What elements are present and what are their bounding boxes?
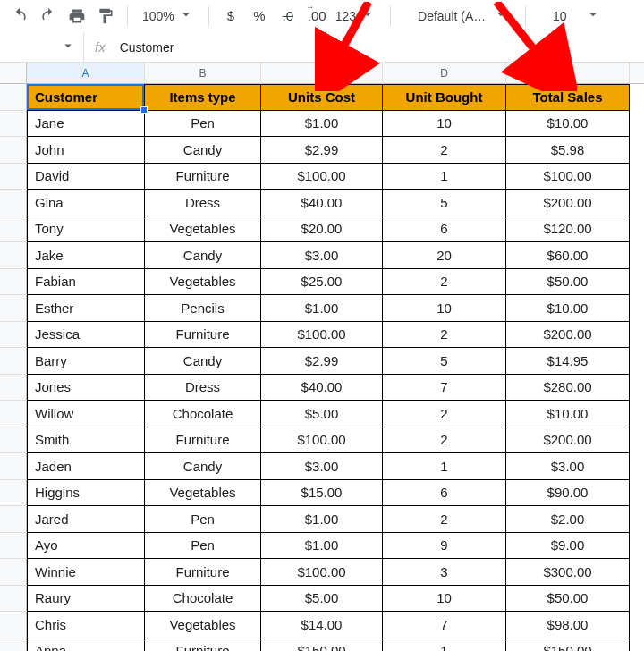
cell-total-sales[interactable]: $200.00 xyxy=(506,322,630,349)
row-header[interactable] xyxy=(0,480,27,507)
column-header-A[interactable]: A xyxy=(27,63,145,83)
cell-customer[interactable]: Winnie xyxy=(27,559,145,586)
row-header[interactable] xyxy=(0,137,27,164)
cell-items-type[interactable]: Furniture xyxy=(145,322,261,349)
cell-units-cost[interactable]: $100.00 xyxy=(261,427,383,454)
cell-total-sales[interactable]: $3.00 xyxy=(506,453,630,480)
cell-unit-bought[interactable]: 5 xyxy=(383,190,506,216)
format-currency-button[interactable]: $ xyxy=(218,4,243,29)
column-header-D[interactable]: D xyxy=(383,63,506,83)
cell-customer[interactable]: Chris xyxy=(27,612,145,638)
cell-unit-bought[interactable]: 6 xyxy=(383,216,506,243)
cell-customer[interactable]: John xyxy=(27,137,145,164)
row-header[interactable] xyxy=(0,506,27,533)
row-header[interactable] xyxy=(0,586,27,613)
cell-total-sales[interactable]: $50.00 xyxy=(506,269,630,296)
cell-unit-bought[interactable]: 20 xyxy=(383,242,506,269)
row-header[interactable] xyxy=(0,295,27,322)
cell-customer[interactable]: Tony xyxy=(27,216,145,243)
cell-units-cost[interactable]: $3.00 xyxy=(261,242,383,269)
cell-unit-bought[interactable]: 7 xyxy=(383,375,506,402)
cell-customer[interactable]: Jared xyxy=(27,506,145,533)
header-cell[interactable]: Units Cost xyxy=(261,84,383,111)
column-header-C[interactable]: C xyxy=(261,63,383,83)
paint-format-button[interactable] xyxy=(93,4,118,29)
row-header[interactable] xyxy=(0,559,27,586)
cell-unit-bought[interactable]: 9 xyxy=(383,533,506,560)
cell-items-type[interactable]: Candy xyxy=(145,348,261,375)
cell-items-type[interactable]: Pen xyxy=(145,111,261,138)
font-size-dropdown[interactable]: 10 xyxy=(553,6,601,25)
row-header[interactable] xyxy=(0,111,27,138)
cell-unit-bought[interactable]: 2 xyxy=(383,427,506,454)
header-cell[interactable]: Unit Bought xyxy=(383,84,506,111)
cell-units-cost[interactable]: $3.00 xyxy=(261,453,383,480)
cell-units-cost[interactable]: $100.00 xyxy=(261,164,383,190)
cell-items-type[interactable]: Pencils xyxy=(145,295,261,322)
row-header[interactable] xyxy=(0,375,27,402)
row-header[interactable] xyxy=(0,533,27,560)
font-dropdown[interactable]: Default (Ari... xyxy=(418,6,516,25)
cell-units-cost[interactable]: $150.00 xyxy=(261,638,383,652)
cell-unit-bought[interactable]: 1 xyxy=(383,638,506,652)
cell-customer[interactable]: Raury xyxy=(27,586,145,613)
row-header[interactable] xyxy=(0,612,27,638)
cell-units-cost[interactable]: $2.99 xyxy=(261,137,383,164)
cell-unit-bought[interactable]: 2 xyxy=(383,137,506,164)
format-percent-button[interactable]: % xyxy=(247,4,272,29)
cell-unit-bought[interactable]: 5 xyxy=(383,348,506,375)
column-header-B[interactable]: B xyxy=(145,63,261,83)
cell-items-type[interactable]: Candy xyxy=(145,137,261,164)
cell-units-cost[interactable]: $1.00 xyxy=(261,111,383,138)
cell-total-sales[interactable]: $200.00 xyxy=(506,190,630,216)
cell-items-type[interactable]: Pen xyxy=(145,506,261,533)
cell-customer[interactable]: Anna xyxy=(27,638,145,652)
row-header[interactable] xyxy=(0,269,27,296)
select-all-corner[interactable] xyxy=(0,63,27,83)
row-header[interactable] xyxy=(0,427,27,454)
cell-total-sales[interactable]: $14.95 xyxy=(506,348,630,375)
cell-items-type[interactable]: Dress xyxy=(145,375,261,402)
cell-unit-bought[interactable]: 6 xyxy=(383,480,506,507)
cell-total-sales[interactable]: $90.00 xyxy=(506,480,630,507)
name-box[interactable] xyxy=(0,32,84,62)
cell-customer[interactable]: Willow xyxy=(27,401,145,427)
cell-total-sales[interactable]: $50.00 xyxy=(506,586,630,613)
cell-customer[interactable]: Esther xyxy=(27,295,145,322)
cell-units-cost[interactable]: $14.00 xyxy=(261,612,383,638)
header-cell[interactable]: Total Sales xyxy=(506,84,630,111)
cell-unit-bought[interactable]: 1 xyxy=(383,453,506,480)
cell-items-type[interactable]: Vegetables xyxy=(145,269,261,296)
cell-customer[interactable]: Jessica xyxy=(27,322,145,349)
cell-total-sales[interactable]: $10.00 xyxy=(506,295,630,322)
cell-total-sales[interactable]: $280.00 xyxy=(506,375,630,402)
header-cell[interactable]: Customer xyxy=(27,84,145,111)
undo-button[interactable] xyxy=(7,4,32,29)
cell-items-type[interactable]: Chocolate xyxy=(145,586,261,613)
cell-units-cost[interactable]: $40.00 xyxy=(261,190,383,216)
cell-total-sales[interactable]: $5.98 xyxy=(506,137,630,164)
cell-items-type[interactable]: Furniture xyxy=(145,427,261,454)
cell-unit-bought[interactable]: 7 xyxy=(383,612,506,638)
cell-customer[interactable]: Higgins xyxy=(27,480,145,507)
cell-total-sales[interactable]: $300.00 xyxy=(506,559,630,586)
cell-unit-bought[interactable]: 3 xyxy=(383,559,506,586)
cell-total-sales[interactable]: $150.00 xyxy=(506,638,630,652)
cell-unit-bought[interactable]: 2 xyxy=(383,322,506,349)
cell-customer[interactable]: Gina xyxy=(27,190,145,216)
cell-items-type[interactable]: Dress xyxy=(145,190,261,216)
cell-customer[interactable]: Jaden xyxy=(27,453,145,480)
cell-total-sales[interactable]: $60.00 xyxy=(506,242,630,269)
cell-total-sales[interactable]: $10.00 xyxy=(506,111,630,138)
cell-total-sales[interactable]: $2.00 xyxy=(506,506,630,533)
cell-items-type[interactable]: Furniture xyxy=(145,164,261,190)
row-header[interactable] xyxy=(0,453,27,480)
increase-decimal-button[interactable]: .00 → xyxy=(304,4,330,29)
cell-units-cost[interactable]: $1.00 xyxy=(261,295,383,322)
cell-units-cost[interactable]: $100.00 xyxy=(261,559,383,586)
cell-total-sales[interactable]: $100.00 xyxy=(506,164,630,190)
formula-input[interactable]: Customer xyxy=(116,40,174,55)
cell-unit-bought[interactable]: 1 xyxy=(383,164,506,190)
cell-customer[interactable]: Jane xyxy=(27,111,145,138)
cell-items-type[interactable]: Pen xyxy=(145,533,261,560)
